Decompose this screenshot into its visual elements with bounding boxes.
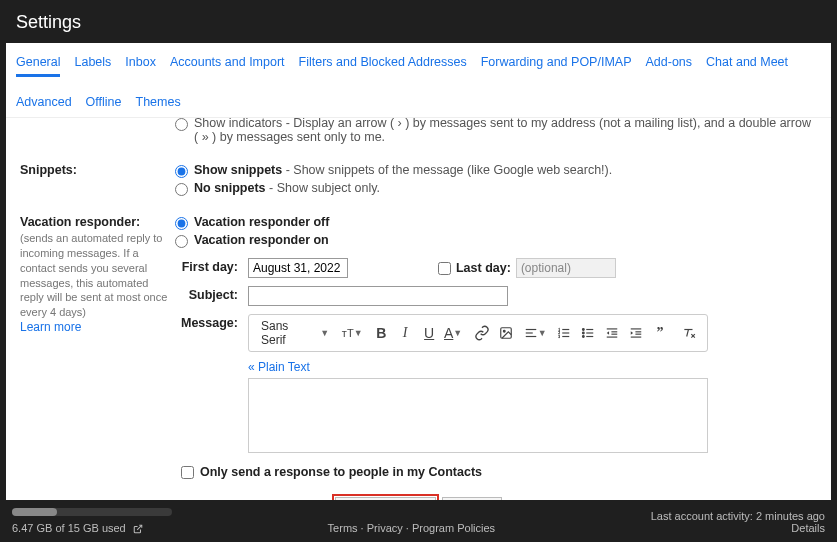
tab-inbox[interactable]: Inbox bbox=[125, 51, 156, 77]
external-link-icon[interactable] bbox=[133, 524, 143, 534]
image-button[interactable] bbox=[494, 321, 518, 345]
bullet-list-button[interactable] bbox=[576, 321, 600, 345]
plain-text-link[interactable]: « Plain Text bbox=[248, 360, 817, 374]
indicators-radio[interactable] bbox=[175, 118, 188, 131]
last-day-label: Last day: bbox=[456, 261, 511, 275]
link-button[interactable] bbox=[470, 321, 494, 345]
message-label: Message: bbox=[181, 314, 238, 330]
tab-addons[interactable]: Add-ons bbox=[645, 51, 692, 77]
numbered-list-button[interactable]: 123 bbox=[552, 321, 576, 345]
vacation-off-label: Vacation responder off bbox=[194, 215, 329, 229]
tab-forwarding[interactable]: Forwarding and POP/IMAP bbox=[481, 51, 632, 77]
vacation-label: Vacation responder: bbox=[20, 215, 140, 229]
only-contacts-label: Only send a response to people in my Con… bbox=[200, 465, 482, 479]
indent-less-button[interactable] bbox=[600, 321, 624, 345]
svg-line-26 bbox=[687, 330, 689, 337]
format-toolbar: Sans Serif ▼ тT ▼ B I U A ▼ bbox=[248, 314, 708, 352]
tab-offline[interactable]: Offline bbox=[86, 91, 122, 117]
first-day-label: First day: bbox=[181, 258, 238, 274]
only-contacts-checkbox[interactable] bbox=[181, 466, 194, 479]
settings-tabs: General Labels Inbox Accounts and Import… bbox=[6, 43, 831, 118]
show-snippets-radio[interactable] bbox=[175, 165, 188, 178]
text-color-button[interactable]: A ▼ bbox=[441, 321, 465, 345]
font-size-button[interactable]: тT ▼ bbox=[340, 321, 364, 345]
storage-text: 6.47 GB of 15 GB used bbox=[12, 522, 126, 534]
storage-bar bbox=[12, 508, 172, 516]
subject-input[interactable] bbox=[248, 286, 508, 306]
svg-point-16 bbox=[583, 336, 585, 338]
privacy-link[interactable]: Privacy bbox=[367, 522, 403, 534]
show-snippets-label: Show snippets - Show snippets of the mes… bbox=[194, 163, 612, 177]
tab-themes[interactable]: Themes bbox=[136, 91, 181, 117]
last-day-input[interactable]: (optional) bbox=[516, 258, 616, 278]
no-snippets-label: No snippets - Show subject only. bbox=[194, 181, 380, 195]
learn-more-link[interactable]: Learn more bbox=[20, 320, 81, 334]
vacation-on-label: Vacation responder on bbox=[194, 233, 329, 247]
svg-point-1 bbox=[503, 330, 505, 332]
vacation-on-radio[interactable] bbox=[175, 235, 188, 248]
underline-button[interactable]: U bbox=[417, 321, 441, 345]
quote-button[interactable]: ” bbox=[648, 321, 672, 345]
indicators-text: Show indicators - Display an arrow ( › )… bbox=[194, 118, 817, 144]
align-button[interactable]: ▼ bbox=[523, 321, 547, 345]
tab-general[interactable]: General bbox=[16, 51, 60, 77]
tab-accounts[interactable]: Accounts and Import bbox=[170, 51, 285, 77]
message-editor[interactable] bbox=[248, 378, 708, 453]
svg-point-14 bbox=[583, 329, 585, 331]
bold-button[interactable]: B bbox=[369, 321, 393, 345]
tab-filters[interactable]: Filters and Blocked Addresses bbox=[299, 51, 467, 77]
font-family-select[interactable]: Sans Serif ▼ bbox=[255, 319, 335, 347]
terms-link[interactable]: Terms bbox=[328, 522, 358, 534]
details-link[interactable]: Details bbox=[791, 522, 825, 534]
remove-formatting-button[interactable] bbox=[677, 321, 701, 345]
indent-more-button[interactable] bbox=[624, 321, 648, 345]
italic-button[interactable]: I bbox=[393, 321, 417, 345]
activity-text: Last account activity: 2 minutes ago bbox=[651, 510, 825, 522]
svg-line-29 bbox=[137, 525, 142, 530]
subject-label: Subject: bbox=[181, 286, 238, 302]
policies-link[interactable]: Program Policies bbox=[412, 522, 495, 534]
svg-text:3: 3 bbox=[558, 335, 560, 339]
page-title: Settings bbox=[0, 0, 837, 43]
first-day-input[interactable] bbox=[248, 258, 348, 278]
snippets-label: Snippets: bbox=[20, 163, 77, 177]
vacation-desc: (sends an automated reply to incoming me… bbox=[20, 231, 175, 320]
svg-point-15 bbox=[583, 332, 585, 334]
no-snippets-radio[interactable] bbox=[175, 183, 188, 196]
last-day-checkbox[interactable] bbox=[438, 262, 451, 275]
tab-chat[interactable]: Chat and Meet bbox=[706, 51, 788, 77]
vacation-off-radio[interactable] bbox=[175, 217, 188, 230]
tab-labels[interactable]: Labels bbox=[74, 51, 111, 77]
tab-advanced[interactable]: Advanced bbox=[16, 91, 72, 117]
